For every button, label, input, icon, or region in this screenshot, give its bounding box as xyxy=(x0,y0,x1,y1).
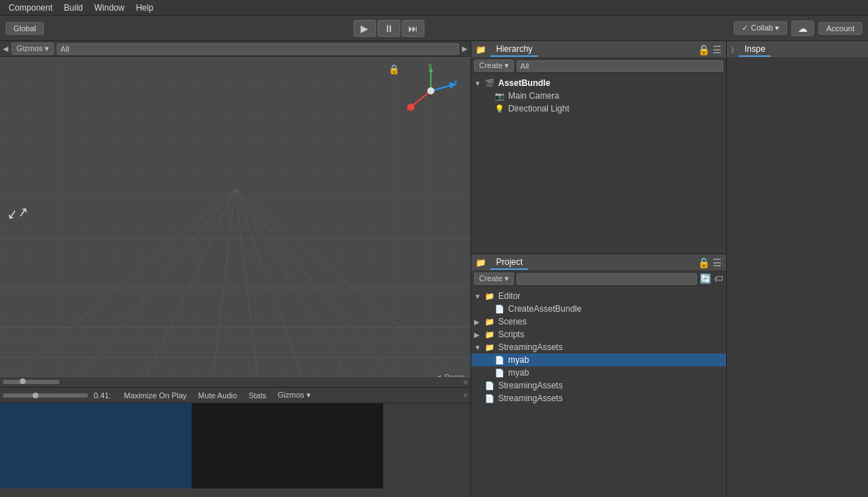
project-toolbar: Create ▾ 🔄 🏷 xyxy=(471,271,726,287)
stats-button[interactable]: Stats xyxy=(244,390,270,400)
inspector-header: ℹ Inspe xyxy=(727,41,868,58)
menu-bar: Component Build Window Help xyxy=(0,0,868,16)
game-slider-thumb xyxy=(33,393,38,398)
myab-selected-icon: 📄 xyxy=(494,354,505,366)
script-icon: 📄 xyxy=(494,303,505,315)
game-scroll-icon[interactable]: ≡ xyxy=(463,391,468,399)
hierarchy-scene-item[interactable]: ▼ 🎬 AssetBundle xyxy=(471,77,726,89)
project-tag-icon[interactable]: 🏷 xyxy=(714,273,723,284)
axis-gizmo: Y X Z xyxy=(402,62,459,119)
hierarchy-toolbar: Create ▾ xyxy=(471,58,726,74)
gizmos-button[interactable]: Gizmos ▾ xyxy=(11,43,54,55)
hierarchy-light-item[interactable]: 💡 Directional Light xyxy=(471,102,726,115)
slider-track[interactable] xyxy=(3,380,60,384)
project-content: ▼ 📁 Editor 📄 CreateAssetBundle ▶ 📁 Scene… xyxy=(471,287,726,497)
play-button[interactable]: ▶ xyxy=(353,20,376,37)
left-area: ◀ Gizmos ▾ ▶ xyxy=(0,41,471,497)
game-blue-area xyxy=(0,403,192,488)
project-streaming-file-item[interactable]: 📄 StreamingAssets xyxy=(471,379,726,392)
pause-button[interactable]: ⏸ xyxy=(378,20,400,37)
scene-arrow: ▼ xyxy=(474,80,484,87)
scene-search-input[interactable] xyxy=(57,43,459,55)
project-create-asset-bundle-item[interactable]: 📄 CreateAssetBundle xyxy=(471,302,726,315)
step-button[interactable]: ⏭ xyxy=(402,20,424,37)
main-toolbar: Global ▶ ⏸ ⏭ ✓ Collab ▾ ☁ Account xyxy=(0,16,868,41)
inspector-tab[interactable]: Inspe xyxy=(739,43,771,57)
global-button[interactable]: Global xyxy=(6,22,44,35)
project-refresh-icon[interactable]: 🔄 xyxy=(700,273,711,284)
game-toolbar: 0.41: Maximize On Play Mute Audio Stats … xyxy=(0,388,471,403)
project-header: 📁 Project 🔒 ☰ xyxy=(471,254,726,271)
hierarchy-tab[interactable]: Hierarchy xyxy=(490,43,538,57)
scenes-arrow: ▶ xyxy=(474,318,484,326)
streaming-arrow: ▼ xyxy=(474,344,484,351)
cloud-button[interactable]: ☁ xyxy=(791,21,814,36)
project-scripts-item[interactable]: ▶ 📁 Scripts xyxy=(471,328,726,341)
svg-text:X: X xyxy=(407,105,411,112)
scene-scroll-right[interactable]: ▶ xyxy=(462,45,468,53)
project-scenes-item[interactable]: ▶ 📁 Scenes xyxy=(471,315,726,328)
project-editor-item[interactable]: ▼ 📁 Editor xyxy=(471,290,726,302)
project-myab-item[interactable]: 📄 myab xyxy=(471,366,726,379)
collab-button[interactable]: ✓ Collab ▾ xyxy=(734,21,787,35)
menu-window[interactable]: Window xyxy=(89,0,131,15)
hierarchy-menu-icon[interactable]: ☰ xyxy=(713,44,722,55)
menu-help[interactable]: Help xyxy=(130,0,159,15)
game-time: 0.41: xyxy=(94,391,111,400)
project-create-button[interactable]: Create ▾ xyxy=(474,273,514,285)
game-gizmos-button[interactable]: Gizmos ▾ xyxy=(273,390,314,400)
hierarchy-camera-item[interactable]: 📷 Main Camera xyxy=(471,89,726,102)
streaming-label: StreamingAssets xyxy=(498,342,563,352)
hierarchy-header: 📁 Hierarchy 🔒 ☰ xyxy=(471,41,726,58)
scenes-folder-icon: 📁 xyxy=(484,316,495,327)
game-slider-track[interactable] xyxy=(3,393,88,398)
perspective-grid-svg xyxy=(0,189,471,387)
scene-bottom-scrollbar[interactable]: ≡ xyxy=(0,377,471,387)
hierarchy-panel: 📁 Hierarchy 🔒 ☰ Create ▾ ▼ 🎬 AssetBundle xyxy=(471,41,726,254)
account-button[interactable]: Account xyxy=(818,22,862,35)
scripts-folder-icon: 📁 xyxy=(484,329,495,340)
svg-text:Z: Z xyxy=(454,80,458,87)
scripts-arrow: ▶ xyxy=(474,331,484,339)
myab-file-icon: 📄 xyxy=(494,367,505,378)
inspector-panel: ℹ Inspe xyxy=(726,41,868,497)
menu-component[interactable]: Component xyxy=(3,0,58,15)
editor-label: Editor xyxy=(498,291,520,301)
camera-icon: 📷 xyxy=(494,90,505,102)
hierarchy-search-input[interactable] xyxy=(517,60,723,72)
hierarchy-lock-icon[interactable]: 🔒 xyxy=(698,44,710,55)
play-controls: ▶ ⏸ ⏭ xyxy=(353,20,424,37)
project-lock-icon[interactable]: 🔒 xyxy=(698,257,710,268)
game-dark-area xyxy=(192,403,383,488)
menu-build[interactable]: Build xyxy=(58,0,89,15)
scene-scroll-icon[interactable]: ≡ xyxy=(463,378,468,386)
scene-grid: ↙↗ xyxy=(0,57,471,387)
scene-scroll-left[interactable]: ◀ xyxy=(3,45,9,53)
scenes-label: Scenes xyxy=(498,317,527,327)
game-view xyxy=(0,403,383,488)
scene-view[interactable]: ↙↗ xyxy=(0,57,471,387)
project-search-input[interactable] xyxy=(517,273,697,285)
project-streaming-asset-item[interactable]: 📄 StreamingAssets xyxy=(471,392,726,405)
project-myab-selected-item[interactable]: 📄 myab xyxy=(471,354,726,366)
streaming-file-icon: 📄 xyxy=(484,380,495,391)
project-streaming-assets-item[interactable]: ▼ 📁 StreamingAssets xyxy=(471,341,726,354)
lock-icon: 🔒 xyxy=(388,64,400,75)
scene-panel: ◀ Gizmos ▾ ▶ xyxy=(0,41,471,387)
game-panel: 0.41: Maximize On Play Mute Audio Stats … xyxy=(0,387,471,497)
project-tab[interactable]: Project xyxy=(490,256,528,270)
gizmo-svg: Y X Z xyxy=(402,62,459,119)
project-menu-icon[interactable]: ☰ xyxy=(713,257,722,268)
slider-thumb xyxy=(20,378,26,384)
camera-label: Main Camera xyxy=(508,91,559,101)
main-layout: ◀ Gizmos ▾ ▶ xyxy=(0,41,868,497)
project-panel-icons: 🔒 ☰ xyxy=(698,257,722,268)
maximize-on-play-button[interactable]: Maximize On Play xyxy=(119,390,191,400)
myab-label: myab xyxy=(508,368,529,378)
scripts-label: Scripts xyxy=(498,329,524,339)
mute-audio-button[interactable]: Mute Audio xyxy=(194,390,241,400)
scene-label: AssetBundle xyxy=(498,78,550,88)
hierarchy-create-button[interactable]: Create ▾ xyxy=(474,60,514,72)
streaming-file-label: StreamingAssets xyxy=(498,381,563,390)
light-label: Directional Light xyxy=(508,104,569,114)
